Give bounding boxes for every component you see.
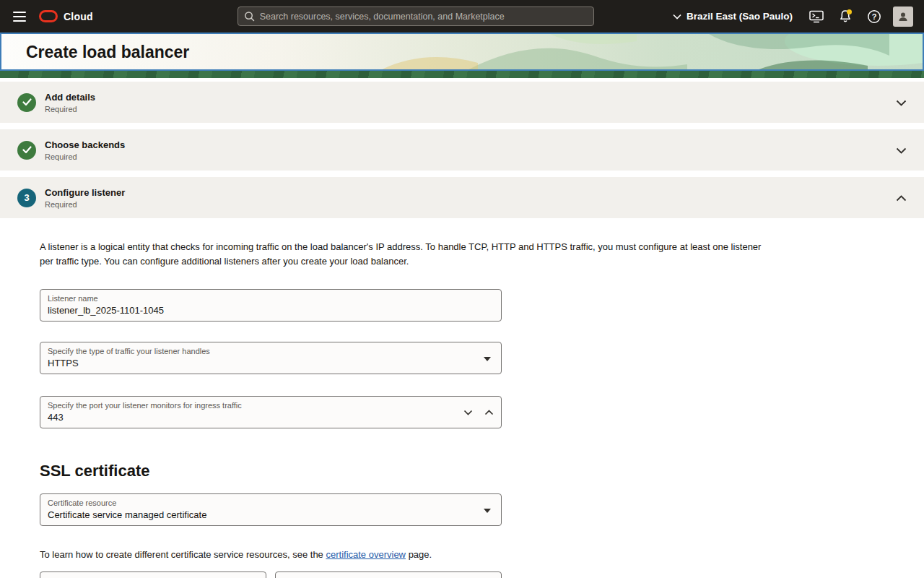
oracle-logo-icon bbox=[39, 10, 58, 22]
listener-port-value: 443 bbox=[48, 412, 494, 423]
global-search[interactable] bbox=[237, 7, 594, 26]
check-icon bbox=[22, 146, 32, 154]
listener-name-field[interactable]: Listener name listener_lb_2025-1101-1045 bbox=[40, 289, 502, 322]
profile-menu[interactable] bbox=[891, 4, 915, 29]
port-increment-chevron-up-icon[interactable] bbox=[484, 410, 494, 415]
step-choose-backends: Choose backends Required bbox=[0, 129, 924, 171]
avatar bbox=[893, 7, 913, 27]
cloud-shell-icon[interactable] bbox=[804, 4, 829, 29]
listener-name-label: Listener name bbox=[48, 294, 494, 303]
banner-bottom-strip bbox=[0, 71, 924, 78]
certificate-compartment-select[interactable]: Certificate compartment RafaelMelo bbox=[40, 571, 266, 578]
step-complete-badge bbox=[17, 93, 36, 112]
step-add-details-header[interactable]: Add details Required bbox=[0, 82, 924, 123]
step-title: Configure listener bbox=[45, 187, 125, 198]
traffic-type-value: HTTPS bbox=[48, 358, 494, 368]
brand[interactable]: Cloud bbox=[39, 10, 93, 22]
help-icon[interactable]: ? bbox=[862, 4, 886, 29]
page-header-banner: Create load balancer bbox=[0, 33, 924, 71]
search-input[interactable] bbox=[260, 12, 588, 22]
chevron-down-icon[interactable] bbox=[896, 96, 907, 109]
step-choose-backends-header[interactable]: Choose backends Required bbox=[0, 129, 924, 171]
help-text-prefix: To learn how to create different certifi… bbox=[40, 549, 326, 560]
certificate-select-row: Certificate compartment RafaelMelo Certi… bbox=[40, 560, 884, 578]
region-label: Brazil East (Sao Paulo) bbox=[687, 11, 793, 22]
notification-dot bbox=[847, 9, 852, 14]
step-title: Choose backends bbox=[45, 139, 125, 150]
page-title: Create load balancer bbox=[1, 34, 923, 62]
chevron-up-icon[interactable] bbox=[896, 191, 907, 204]
step-complete-badge bbox=[17, 141, 36, 160]
brand-label: Cloud bbox=[64, 11, 93, 22]
certificate-resource-value: Certificate service managed certificate bbox=[48, 509, 494, 520]
dropdown-caret-icon bbox=[484, 357, 491, 361]
hamburger-menu-icon[interactable] bbox=[7, 4, 32, 29]
step-add-details: Add details Required bbox=[0, 82, 924, 123]
certificate-help-text: To learn how to create different certifi… bbox=[40, 549, 884, 560]
notifications-bell-icon[interactable] bbox=[833, 4, 858, 29]
search-icon bbox=[244, 11, 255, 22]
dropdown-caret-icon bbox=[484, 509, 491, 513]
step-title: Add details bbox=[45, 92, 95, 103]
traffic-type-label: Specify the type of traffic your listene… bbox=[48, 347, 494, 355]
configure-listener-panel: A listener is a logical entity that chec… bbox=[0, 218, 924, 578]
step-subtitle: Required bbox=[45, 200, 125, 209]
listener-name-value: listener_lb_2025-1101-1045 bbox=[48, 305, 494, 316]
ssl-certificate-heading: SSL certificate bbox=[40, 462, 884, 480]
wizard-steps: Add details Required Choose backends Req… bbox=[0, 82, 924, 578]
svg-text:?: ? bbox=[872, 12, 877, 21]
listener-description: A listener is a logical entity that chec… bbox=[40, 240, 762, 269]
port-decrement-chevron-down-icon[interactable] bbox=[463, 410, 473, 415]
listener-port-field[interactable]: Specify the port your listener monitors … bbox=[40, 396, 502, 428]
traffic-type-select[interactable]: Specify the type of traffic your listene… bbox=[40, 342, 502, 374]
region-selector[interactable]: Brazil East (Sao Paulo) bbox=[666, 11, 800, 22]
step-subtitle: Required bbox=[45, 152, 125, 161]
chevron-down-icon[interactable] bbox=[896, 144, 907, 157]
step-number-badge: 3 bbox=[17, 189, 36, 207]
step-subtitle: Required bbox=[45, 105, 95, 113]
step-configure-listener: 3 Configure listener Required A listener… bbox=[0, 177, 924, 578]
check-icon bbox=[22, 98, 32, 106]
help-text-suffix: page. bbox=[406, 549, 432, 560]
step-configure-listener-header[interactable]: 3 Configure listener Required bbox=[0, 177, 924, 218]
certificate-select[interactable]: Certificate wildcard-ladlift2oci.com.br bbox=[275, 571, 502, 578]
top-navigation-bar: Cloud Brazil East (Sao Paulo) bbox=[0, 0, 924, 33]
certificate-overview-link[interactable]: certificate overview bbox=[326, 549, 406, 560]
listener-port-label: Specify the port your listener monitors … bbox=[48, 401, 494, 410]
certificate-resource-select[interactable]: Certificate resource Certificate service… bbox=[40, 493, 502, 526]
step-number: 3 bbox=[24, 192, 29, 203]
certificate-resource-label: Certificate resource bbox=[48, 499, 494, 507]
chevron-down-icon bbox=[673, 14, 681, 20]
